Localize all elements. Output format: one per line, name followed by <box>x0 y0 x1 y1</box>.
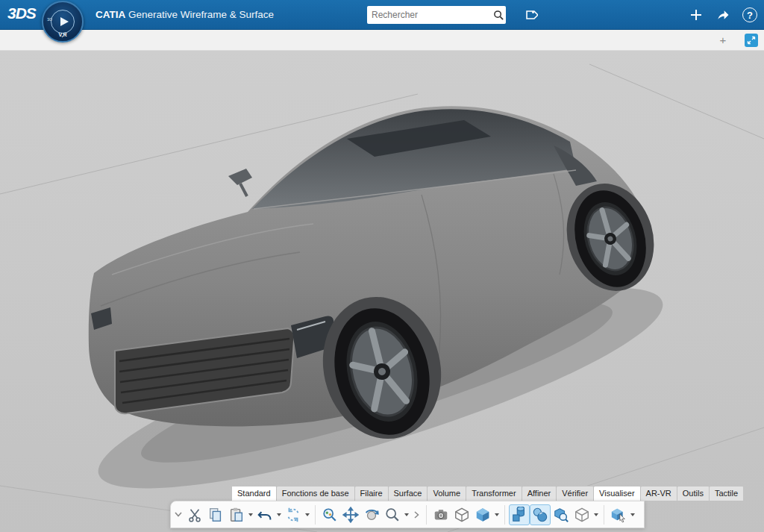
app-subtitle: Generative Wireframe & Surface <box>125 9 274 20</box>
manipulate-cube-cursor-icon <box>610 507 627 523</box>
undo-icon <box>257 507 273 523</box>
help-button[interactable]: ? <box>740 5 760 25</box>
tab-affiner[interactable]: Affiner <box>522 486 557 501</box>
restore-window-button[interactable] <box>745 34 758 47</box>
update-dropdown[interactable] <box>304 507 311 522</box>
restore-icon <box>747 36 756 45</box>
top-bar: 3DS 30 V,R CATIA Generative Wireframe & … <box>0 0 764 30</box>
search-box <box>367 6 506 24</box>
chevron-right-icon <box>414 511 419 519</box>
pan-button[interactable] <box>340 504 361 525</box>
tab-tactile[interactable]: Tactile <box>710 486 744 501</box>
search-input[interactable] <box>367 10 492 20</box>
toolbar-separator <box>504 505 505 525</box>
shaded-edges-icon <box>511 507 527 523</box>
manipulate-dropdown[interactable] <box>629 507 636 522</box>
custom-render-cube-icon <box>574 507 590 523</box>
add-tab-button[interactable]: + <box>716 34 730 47</box>
tab-filaire[interactable]: Filaire <box>355 486 389 501</box>
tab-fonctions-de-base[interactable]: Fonctions de base <box>277 486 355 501</box>
paste-icon <box>228 507 245 523</box>
copy-icon <box>207 507 224 523</box>
tab-ar-vr[interactable]: AR-VR <box>641 486 677 501</box>
car-mirror <box>228 169 252 185</box>
scissors-icon <box>187 507 203 523</box>
tag-icon <box>523 7 538 22</box>
toolbar-collapse-button[interactable] <box>172 504 184 525</box>
update-icon <box>285 507 301 523</box>
brand-logo: 3DS <box>7 4 36 22</box>
copy-button[interactable] <box>205 504 226 525</box>
add-button[interactable] <box>686 5 706 25</box>
toolbar-separator <box>315 505 316 525</box>
compass-tick: 30 <box>47 17 52 22</box>
compass-axis-label: V,R <box>43 32 82 37</box>
help-icon: ? <box>742 7 757 22</box>
pan-icon <box>342 507 359 523</box>
view-cube-icon <box>475 507 491 523</box>
tab-visualiser[interactable]: Visualiser <box>594 486 641 501</box>
zoom-fit-button[interactable] <box>319 504 340 525</box>
update-button[interactable] <box>283 504 304 525</box>
materials-icon <box>532 507 548 523</box>
3d-viewport[interactable]: Standard Fonctions de base Filaire Surfa… <box>0 51 764 532</box>
plus-icon <box>689 8 703 22</box>
toolbar-separator <box>604 505 604 525</box>
zoom-fit-icon <box>322 507 338 523</box>
tab-verifier[interactable]: Vérifier <box>557 486 594 501</box>
share-icon <box>716 7 730 22</box>
tab-surface[interactable]: Surface <box>389 486 428 501</box>
render-magnifier-button[interactable] <box>551 504 572 525</box>
action-toolbar <box>170 501 645 528</box>
compass-play-icon <box>60 17 69 26</box>
cut-button[interactable] <box>184 504 205 525</box>
zoom-button[interactable] <box>382 504 403 525</box>
render-materials-button[interactable] <box>530 504 551 525</box>
manipulate-button[interactable] <box>608 504 629 525</box>
search-icon[interactable] <box>492 10 506 21</box>
app-title: CATIA Generative Wireframe & Surface <box>96 0 274 30</box>
render-custom-button[interactable] <box>572 504 592 525</box>
more-tools-button[interactable] <box>410 504 422 525</box>
tag-button[interactable] <box>521 5 540 25</box>
chevron-down-icon <box>175 512 182 517</box>
car-model <box>89 106 666 451</box>
tab-transformer[interactable]: Transformer <box>466 486 522 501</box>
share-button[interactable] <box>713 5 733 25</box>
iso-view-button[interactable] <box>451 504 472 525</box>
tab-outils[interactable]: Outils <box>677 486 710 501</box>
action-bar-tabs: Standard Fonctions de base Filaire Surfa… <box>231 486 744 501</box>
iso-cube-icon <box>454 507 470 523</box>
render-custom-dropdown[interactable] <box>592 507 600 522</box>
view-cube-button[interactable] <box>472 504 493 525</box>
rotate-icon <box>363 507 380 523</box>
app-name: CATIA <box>96 9 125 20</box>
camera-button[interactable] <box>430 504 451 525</box>
render-shaded-edges-button[interactable] <box>509 504 530 525</box>
car-model-scene <box>0 51 764 532</box>
render-magnifier-icon <box>553 507 569 523</box>
tab-volume[interactable]: Volume <box>428 486 466 501</box>
undo-button[interactable] <box>254 504 275 525</box>
paste-button[interactable] <box>226 504 247 525</box>
secondary-bar: + <box>0 30 764 51</box>
paste-dropdown[interactable] <box>247 507 254 522</box>
magnifier-icon <box>384 507 401 523</box>
rotate-button[interactable] <box>361 504 382 525</box>
tab-standard[interactable]: Standard <box>231 486 277 501</box>
zoom-dropdown[interactable] <box>403 507 410 522</box>
toolbar-separator <box>426 505 427 525</box>
camera-icon <box>433 507 449 523</box>
view-compass[interactable]: 30 V,R <box>42 1 84 43</box>
undo-dropdown[interactable] <box>275 507 283 522</box>
view-cube-dropdown[interactable] <box>493 507 501 522</box>
